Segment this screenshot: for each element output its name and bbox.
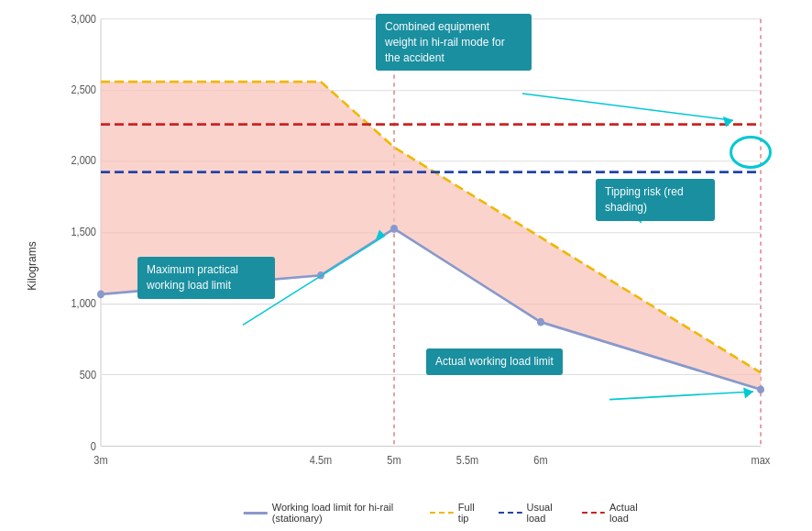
annotation-combined: Combined equipment weight in hi-rail mod… [376,14,532,71]
legend-line-full-tip [430,512,454,514]
svg-text:0: 0 [91,440,96,451]
chart-container: Kilograms [0,0,812,531]
legend-line-actual-load [581,512,605,514]
svg-text:4.5m: 4.5m [310,455,332,466]
svg-marker-37 [743,388,753,399]
svg-text:1,000: 1,000 [71,298,96,309]
svg-text:3m: 3m [93,455,107,466]
annotation-actual-working: Actual working load limit [426,348,563,375]
svg-marker-24 [101,82,761,390]
chart-legend: Working load limit for hi-rail (stationa… [244,502,650,524]
legend-usual-load: Usual load [499,502,565,524]
svg-marker-35 [723,116,733,127]
legend-full-tip: Full tip [430,502,482,524]
svg-line-36 [609,392,753,400]
chart-area: 0 500 1,000 1,500 2,000 2,500 3,000 3m 4… [64,9,794,476]
svg-point-30 [537,318,544,326]
actual-load-circle [730,136,772,169]
legend-line-working-load [244,512,268,514]
chart-svg: 0 500 1,000 1,500 2,000 2,500 3,000 3m 4… [64,9,794,476]
svg-text:2,500: 2,500 [71,84,96,95]
svg-text:500: 500 [80,369,96,380]
svg-text:5m: 5m [387,455,401,466]
svg-point-29 [390,225,398,233]
annotation-max-practical: Maximum practical working load limit [137,257,275,299]
svg-text:1,500: 1,500 [71,227,96,238]
annotation-tipping-risk: Tipping risk (red shading) [596,179,715,221]
legend-line-usual-load [499,512,522,514]
y-axis-label: Kilograms [26,241,38,290]
svg-text:6m: 6m [533,455,547,466]
svg-text:3,000: 3,000 [71,14,96,25]
legend-working-load: Working load limit for hi-rail (stationa… [244,502,413,524]
legend-actual-load: Actual load [581,502,650,524]
svg-point-31 [757,385,764,393]
svg-point-27 [97,290,104,298]
svg-line-34 [522,94,733,120]
svg-text:max: max [752,455,771,466]
svg-text:5.5m: 5.5m [456,455,478,466]
svg-text:2,000: 2,000 [71,155,96,166]
